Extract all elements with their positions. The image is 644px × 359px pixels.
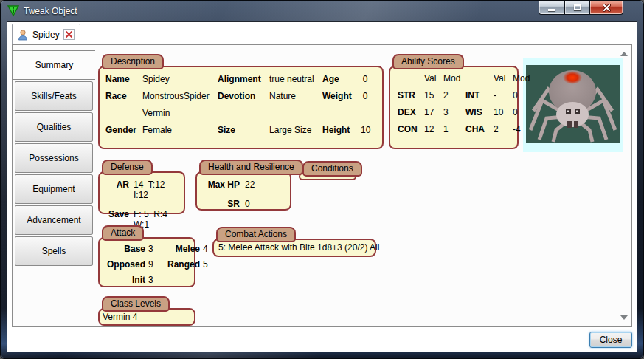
opposed-value: 9 [148,259,160,270]
mod-col-header: Mod [513,73,532,83]
person-icon [17,29,29,41]
panel-ability-scores: Ability Scores Val Mod Val Mod STR 15 2 … [389,54,519,149]
ability-scores-body: Val Mod Val Mod STR 15 2 INT - 0 DEX 17 … [389,66,519,149]
tweak-object-window: Tweak Object Spidey [0,0,644,359]
sidebar-label: Summary [35,60,73,70]
max-hp-value: 22 [245,180,285,190]
opposed-label: Opposed [103,259,145,270]
character-portrait [523,58,623,152]
class-levels-header[interactable]: Class Levels [102,296,170,312]
panel-health: Health and Resilience Max HP 22 SR 0 [195,160,303,211]
tab-close-icon [65,30,73,38]
document-tab-label: Spidey [32,30,60,40]
cha-label: CHA [465,124,494,134]
close-button[interactable]: Close [589,332,632,348]
minimize-button[interactable] [539,1,565,15]
tab-close-button[interactable] [63,29,75,40]
maximize-icon [574,4,581,10]
weight-label: Weight [322,91,361,102]
dex-mod: 3 [443,107,465,117]
alignment-value: true neutral [269,74,322,85]
melee-label: Melee [163,244,200,254]
class-level-entry[interactable]: Vermin 4 [100,310,194,324]
sidebar-label: Equipment [32,184,75,194]
sidebar-label: Possessions [29,153,78,163]
val-col-header: Val [424,73,443,83]
race-label: Race [105,91,142,102]
panel-attack: Attack Base 3 Melee 4 Opposed 9 Ranged 5… [98,225,195,287]
window-title: Tweak Object [24,6,77,16]
close-icon [602,4,612,12]
alignment-label: Alignment [218,74,269,85]
sidebar-item-skills-feats[interactable]: Skills/Feats [15,81,93,111]
combat-actions-header[interactable]: Combat Actions [216,227,296,242]
description-header[interactable]: Description [102,54,164,69]
height-label: Height [322,125,361,136]
titlebar[interactable]: Tweak Object [1,1,643,21]
max-hp-label: Max HP [201,180,240,190]
con-val: 12 [424,124,443,134]
attack-header[interactable]: Attack [102,225,144,241]
sidebar-item-advancement[interactable]: Advancement [15,205,93,235]
sidebar-item-summary[interactable]: Summary [13,50,95,80]
health-header[interactable]: Health and Resilience [199,160,303,175]
base-value: 3 [148,244,160,254]
app-icon [7,5,19,17]
sidebar-item-qualities[interactable]: Qualities [15,112,93,142]
sidebar-item-equipment[interactable]: Equipment [15,174,93,204]
scroll-down-icon[interactable] [620,315,628,320]
panel-combat-actions: Combat Actions 5: Melee Attack with Bite… [212,227,376,257]
gender-value: Female [142,125,218,136]
race-value: MonstrousSpider [142,91,218,102]
int-label: INT [465,90,494,100]
str-val: 15 [424,90,443,100]
client-area: Spidey Summary Skills/Feats Qualities Po… [7,21,637,352]
panel-defense: Defense AR 14 T:12 I:12 Save F: 5 R:4 [98,160,185,214]
close-window-button[interactable] [590,1,623,15]
age-value: 0 [361,74,376,85]
sidebar-item-spells[interactable]: Spells [15,236,93,266]
sidebar-label: Advancement [27,215,80,225]
panel-conditions: Conditions [299,161,362,180]
race-value-line2: Vermin [142,108,218,119]
summary-page: Summary Skills/Feats Qualities Possessio… [12,44,632,327]
document-tab-spidey[interactable]: Spidey [12,24,80,44]
int-val: - [494,90,513,100]
height-value: 10 [361,125,376,136]
defense-body: AR 14 T:12 I:12 Save F: 5 R:4 W:1 [98,171,185,214]
init-value: 3 [148,275,160,285]
wis-mod: 0 [513,107,532,117]
ranged-value: 5 [203,259,213,270]
gender-label: Gender [105,125,142,136]
str-label: STR [398,90,424,100]
devotion-label: Devotion [218,91,269,102]
panel-description: Description Name Spidey Alignment true n… [98,54,384,149]
sr-label: SR [201,199,240,209]
val-col-header: Val [494,73,513,83]
ability-scores-header[interactable]: Ability Scores [392,54,464,69]
name-value: Spidey [142,74,218,85]
cha-mod: -4 [513,124,532,134]
name-label: Name [105,74,142,85]
sidebar-label: Skills/Feats [31,91,76,101]
devotion-value: Nature [269,91,322,102]
sr-value: 0 [245,199,285,209]
combat-action-entry[interactable]: 5: Melee Attack with Bite 1d8+3 (20/2) A… [214,240,375,255]
scroll-up-icon[interactable] [620,52,628,56]
melee-value: 4 [203,244,213,254]
sidebar-item-possessions[interactable]: Possessions [15,143,93,173]
sidebar-label: Spells [42,246,66,256]
dex-val: 17 [424,107,443,117]
int-mod: 0 [513,90,532,100]
minimize-icon [548,9,555,11]
ar-values: 14 T:12 I:12 [134,180,179,200]
conditions-header[interactable]: Conditions [302,161,362,177]
wis-label: WIS [465,107,494,117]
wis-val: 10 [494,107,513,117]
age-label: Age [322,74,361,85]
defense-header[interactable]: Defense [102,160,153,175]
maximize-button[interactable] [565,1,590,15]
attack-body: Base 3 Melee 4 Opposed 9 Ranged 5 Init 3 [98,237,195,287]
con-label: CON [398,124,424,134]
mod-col-header: Mod [443,73,465,83]
